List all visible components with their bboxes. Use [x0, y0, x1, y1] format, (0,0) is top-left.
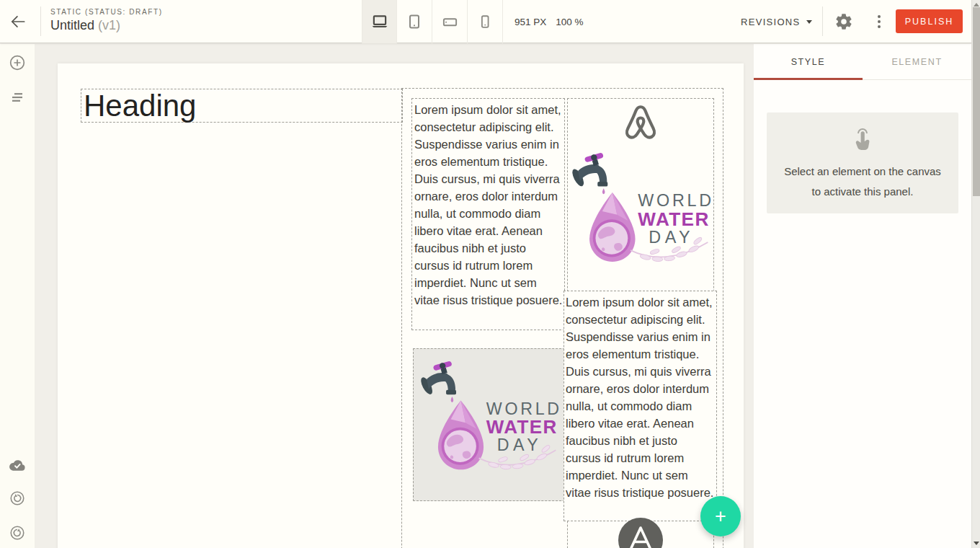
revisions-dropdown[interactable]: REVISIONS [741, 0, 812, 43]
canvas-workspace: Heading Lorem ipsum dolor sit amet, cons… [35, 44, 754, 548]
mobile-landscape-icon [442, 14, 458, 30]
paragraph-text: Lorem ipsum dolor sit amet, consectetur … [414, 101, 564, 309]
device-desktop-button[interactable] [362, 0, 397, 43]
publish-button[interactable]: PUBLISH [896, 9, 963, 33]
inspector-tabs: STYLE ELEMENT [754, 44, 971, 80]
document-title-block: STATIC (STATUS: DRAFT) Untitled (v1) [50, 8, 163, 33]
more-options-button[interactable] [872, 12, 886, 32]
gear-icon [834, 12, 853, 31]
scroll-up-arrow-icon[interactable] [974, 3, 979, 6]
left-sidebar [0, 44, 35, 548]
toolbar-divider [40, 6, 41, 36]
active-tab-indicator [754, 78, 863, 80]
cloud-check-icon [9, 459, 26, 472]
image-element-water-day[interactable] [413, 348, 565, 501]
mobile-portrait-icon [477, 14, 493, 30]
page-canvas[interactable]: Heading Lorem ipsum dolor sit amet, cons… [58, 63, 744, 548]
paragraph-text: Lorem ipsum dolor sit amet, consectetur … [566, 293, 716, 501]
add-circle-icon [9, 54, 26, 71]
heading-text: Heading [81, 89, 402, 122]
tab-element[interactable]: ELEMENT [863, 44, 971, 79]
text-element-right[interactable]: Lorem ipsum dolor sit amet, consectetur … [564, 291, 717, 521]
avatar-logo[interactable] [618, 518, 663, 548]
layers-button[interactable] [9, 89, 26, 106]
desktop-icon [370, 12, 389, 31]
device-mobile-landscape-button[interactable] [432, 0, 468, 43]
image-element-water-day-2[interactable] [570, 149, 711, 284]
tap-hand-icon [850, 126, 876, 152]
device-mobile-portrait-button[interactable] [468, 0, 503, 43]
viewport-width-label: 951 PX [514, 17, 546, 27]
chevron-down-icon [806, 20, 812, 24]
panel-empty-message: Select an element on the canvas to activ… [784, 162, 941, 202]
top-toolbar: STATIC (STATUS: DRAFT) Untitled (v1) [0, 0, 971, 43]
undo-button[interactable] [9, 490, 26, 507]
scroll-down-arrow-icon[interactable] [974, 542, 979, 545]
world-water-day-image [419, 358, 559, 492]
viewport-info: 951 PX 100 % [514, 0, 584, 43]
document-title-text: Untitled [50, 18, 94, 32]
window-scrollbar[interactable] [971, 0, 980, 548]
row-container-element[interactable]: Lorem ipsum dolor sit amet, consectetur … [401, 88, 723, 548]
list-icon [9, 89, 26, 106]
revisions-label: REVISIONS [741, 17, 801, 27]
panel-empty-state: Select an element on the canvas to activ… [767, 112, 958, 213]
letter-a-logo-icon [618, 518, 663, 548]
document-version: (v1) [98, 18, 120, 32]
document-status: STATIC (STATUS: DRAFT) [50, 8, 163, 16]
toolbar-divider [822, 6, 823, 36]
belo-logo[interactable] [620, 102, 662, 147]
kebab-icon [878, 15, 881, 18]
device-preview-switcher [362, 0, 503, 43]
tab-style[interactable]: STYLE [754, 44, 863, 79]
undo-icon [9, 490, 26, 507]
settings-button[interactable] [834, 12, 855, 32]
redo-icon [9, 524, 26, 542]
document-title: Untitled (v1) [50, 18, 163, 33]
inspector-panel: STYLE ELEMENT Select an element on the c… [754, 44, 971, 548]
redo-button[interactable] [9, 524, 26, 542]
back-button[interactable] [9, 12, 27, 31]
save-status-button[interactable] [9, 455, 26, 472]
add-block-fab[interactable]: + [700, 496, 741, 536]
belo-logo-icon [620, 102, 662, 143]
device-tablet-button[interactable] [397, 0, 432, 43]
world-water-day-image [570, 149, 711, 284]
tablet-icon [406, 13, 423, 30]
scrollbar-thumb[interactable] [973, 7, 980, 196]
text-element-left[interactable]: Lorem ipsum dolor sit amet, consectetur … [411, 98, 565, 330]
add-element-button[interactable] [9, 54, 26, 71]
heading-element[interactable]: Heading [81, 89, 403, 123]
column-element-right[interactable]: Lorem ipsum dolor sit amet, consectetur … [567, 98, 714, 548]
zoom-level-label: 100 % [556, 17, 583, 27]
